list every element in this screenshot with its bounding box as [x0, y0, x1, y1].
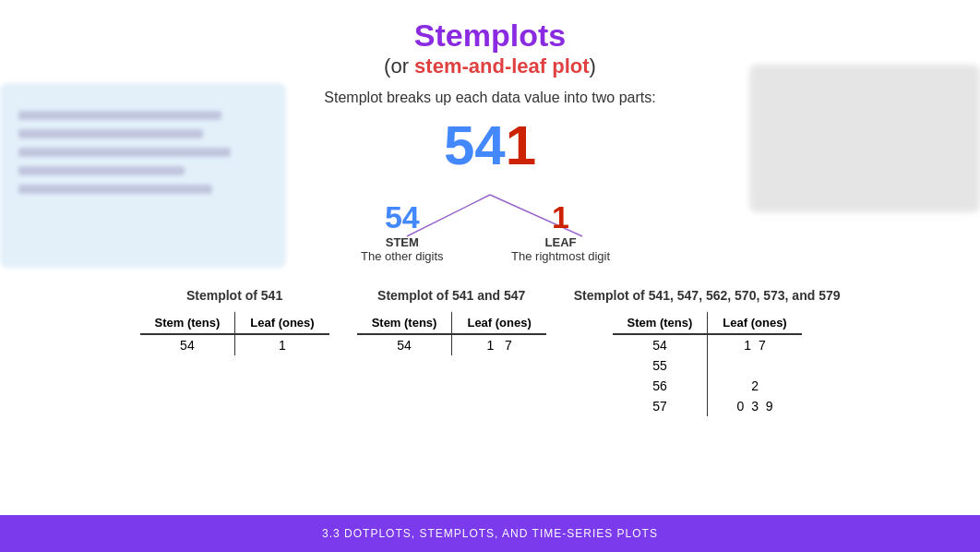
cell-leaves: 2 — [708, 376, 802, 396]
big-leaf: 1 — [506, 114, 536, 176]
table2-title: Stemplot of 541 and 547 — [377, 288, 525, 303]
footer-text: 3.3 DOTPLOTS, STEMPLOTS, AND TIME-SERIES… — [322, 527, 658, 540]
page-subtitle: (or stem-and-leaf plot) — [384, 54, 596, 78]
table-block-3: Stemplot of 541, 547, 562, 570, 573, and… — [574, 288, 841, 416]
table3-col2: Leaf (ones) — [708, 312, 802, 334]
stem-name: STEM — [361, 235, 444, 249]
table1: Stem (tens) Leaf (ones) 54 1 — [140, 312, 329, 355]
table1-col2: Leaf (ones) — [235, 312, 329, 334]
table-row: 56 2 — [613, 376, 802, 396]
table-block-1: Stemplot of 541 Stem (tens) Leaf (ones) … — [140, 288, 329, 355]
table2: Stem (tens) Leaf (ones) 54 1 7 — [357, 312, 546, 355]
stem-desc: The other digits — [361, 249, 444, 263]
table-row: 57 0 3 9 — [613, 396, 802, 416]
footer: 3.3 DOTPLOTS, STEMPLOTS, AND TIME-SERIES… — [0, 515, 980, 552]
stem-number: 54 — [361, 199, 444, 235]
table3-title: Stemplot of 541, 547, 562, 570, 573, and… — [574, 288, 841, 303]
table-row: 54 1 7 — [613, 334, 802, 355]
cell-stem: 54 — [140, 334, 235, 355]
cell-stem: 57 — [613, 396, 708, 416]
big-stem: 54 — [444, 114, 506, 176]
cell-leaf: 1 — [235, 334, 329, 355]
big-number-display: 541 — [444, 114, 536, 177]
table2-col2: Leaf (ones) — [452, 312, 546, 334]
table2-col1: Stem (tens) — [357, 312, 452, 334]
cell-stem: 54 — [357, 334, 452, 355]
cell-stem: 56 — [613, 376, 708, 396]
table-row: 54 1 7 — [357, 334, 546, 355]
subtitle-link: stem-and-leaf plot — [414, 54, 589, 78]
table-block-2: Stemplot of 541 and 547 Stem (tens) Leaf… — [357, 288, 546, 355]
leaf-name: LEAF — [511, 235, 610, 249]
table1-title: Stemplot of 541 — [186, 288, 282, 303]
table-row: 55 — [613, 355, 802, 376]
leaf-number: 1 — [511, 199, 610, 235]
cell-stem: 54 — [613, 334, 708, 355]
leaf-label: 1 LEAF The rightmost digit — [511, 199, 610, 263]
description: Stemplot breaks up each data value into … — [324, 90, 655, 106]
cell-leaves: 0 3 9 — [708, 396, 802, 416]
cell-leaf: 1 7 — [452, 334, 546, 355]
table3-col1: Stem (tens) — [613, 312, 708, 334]
stem-label: 54 STEM The other digits — [361, 199, 444, 263]
tables-section: Stemplot of 541 Stem (tens) Leaf (ones) … — [0, 288, 980, 416]
cell-leaves — [708, 355, 802, 376]
stem-leaf-diagram: 54 STEM The other digits 1 LEAF The righ… — [315, 181, 665, 273]
table1-col1: Stem (tens) — [140, 312, 235, 334]
leaf-desc: The rightmost digit — [511, 249, 610, 263]
cell-leaves: 1 7 — [708, 334, 802, 355]
table3: Stem (tens) Leaf (ones) 54 1 7 55 56 — [613, 312, 802, 416]
table-row: 54 1 — [140, 334, 329, 355]
cell-stem: 55 — [613, 355, 708, 376]
main-content: Stemplots (or stem-and-leaf plot) Stempl… — [0, 0, 980, 515]
page-title: Stemplots — [414, 17, 566, 54]
